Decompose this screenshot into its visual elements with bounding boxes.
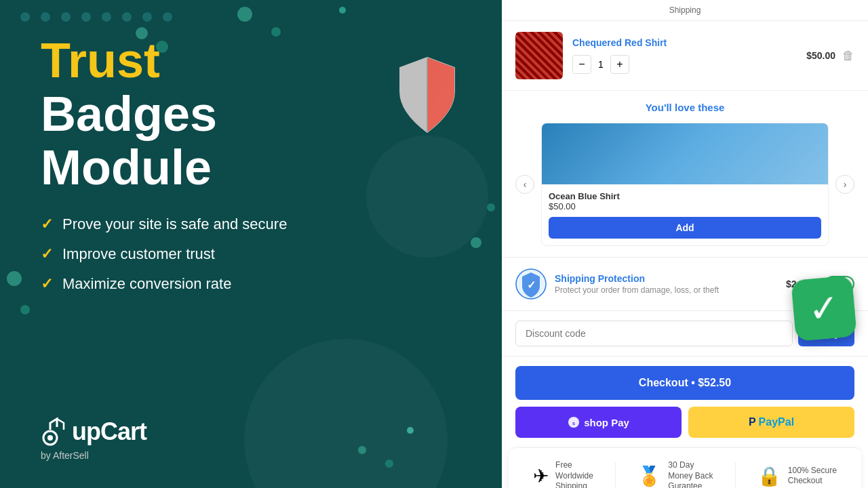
checkout-button[interactable]: Checkout • $52.50 xyxy=(515,366,854,400)
logo-icon xyxy=(41,416,72,447)
carousel-next-button[interactable]: › xyxy=(835,175,854,194)
cart-item: Chequered Red Shirt − 1 + $50.00 🗑 xyxy=(502,21,868,91)
upsell-product-price: $50.00 xyxy=(549,201,821,211)
check-icon-2: ✓ xyxy=(41,245,53,263)
upsell-section: You'll love these ‹ Ocean Blue Shirt $50… xyxy=(502,91,868,258)
payment-buttons: s shop Pay P PayPal xyxy=(502,407,868,447)
badge-shipping: ✈ Free Worldwide Shipping xyxy=(533,460,593,488)
quantity-value: 1 xyxy=(598,59,604,70)
trust-badges-section: ✈ Free Worldwide Shipping 🏅 30 Day Money… xyxy=(509,447,861,488)
svg-text:✓: ✓ xyxy=(527,279,536,291)
upsell-carousel: ‹ Ocean Blue Shirt $50.00 Add › xyxy=(515,123,854,246)
shield-icon xyxy=(393,54,461,138)
logo-subtitle: by AfterSell xyxy=(41,450,146,461)
upsell-card: Ocean Blue Shirt $50.00 Add xyxy=(541,123,829,246)
green-checkmark-badge: ✓ xyxy=(791,275,857,342)
quantity-increase-button[interactable]: + xyxy=(610,55,629,74)
badge-moneyback: 🏅 30 Day Money Back Gurantee xyxy=(637,460,713,488)
upsell-add-button[interactable]: Add xyxy=(549,217,821,239)
delete-item-button[interactable]: 🗑 xyxy=(842,49,854,63)
paypal-p-icon: P xyxy=(749,416,756,428)
cart-item-details: Chequered Red Shirt − 1 + xyxy=(572,37,806,74)
logo-area: up Cart by AfterSell xyxy=(41,416,146,461)
badge-secure: 🔒 100% Secure Checkout xyxy=(757,465,837,487)
quantity-controls: − 1 + xyxy=(572,55,806,74)
shipping-label: Shipping xyxy=(669,5,701,15)
discount-code-input[interactable] xyxy=(515,321,793,346)
shipping-header: Shipping xyxy=(502,0,868,21)
cart-item-name: Chequered Red Shirt xyxy=(572,37,806,48)
upsell-product-image xyxy=(542,123,828,184)
cart-item-price: $50.00 xyxy=(806,50,835,61)
svg-point-2 xyxy=(47,435,53,441)
svg-text:s: s xyxy=(572,420,576,426)
airplane-icon: ✈ xyxy=(533,465,549,487)
badge-separator-2 xyxy=(735,462,736,488)
badge-separator-1 xyxy=(615,462,616,488)
feature-item-3: ✓ Maximize conversion rate xyxy=(41,275,461,293)
shop-pay-button[interactable]: s shop Pay xyxy=(515,407,682,438)
upsell-product-name: Ocean Blue Shirt xyxy=(549,191,821,201)
upsell-title: You'll love these xyxy=(515,102,854,113)
protection-description: Protect your order from damage, loss, or… xyxy=(555,285,778,295)
protection-name: Shipping Protection xyxy=(555,273,778,284)
paypal-button[interactable]: P PayPal xyxy=(688,407,854,438)
feature-text-1: Prove your site is safe and secure xyxy=(62,216,287,233)
paypal-label: PayPal xyxy=(759,416,794,428)
shop-pay-icon: s xyxy=(568,416,580,428)
check-icon-1: ✓ xyxy=(41,216,53,233)
left-panel: Trust Badges Module ✓ Prove your site is… xyxy=(0,0,502,488)
right-panel[interactable]: Shipping Chequered Red Shirt − 1 + $50.0… xyxy=(502,0,868,488)
feature-text-2: Improve customer trust xyxy=(62,245,215,263)
badge-moneyback-text: 30 Day Money Back Gurantee xyxy=(668,460,713,488)
badge-shipping-text: Free Worldwide Shipping xyxy=(555,460,593,488)
feature-text-3: Maximize conversion rate xyxy=(62,275,231,293)
upsell-card-body: Ocean Blue Shirt $50.00 Add xyxy=(542,184,828,245)
quantity-decrease-button[interactable]: − xyxy=(572,55,591,74)
protection-details: Shipping Protection Protect your order f… xyxy=(555,273,778,295)
medal-icon: 🏅 xyxy=(637,465,661,487)
shop-pay-label: shop Pay xyxy=(584,417,629,428)
carousel-prev-button[interactable]: ‹ xyxy=(515,175,534,194)
protection-icon: ✓ xyxy=(515,268,547,300)
check-icon-3: ✓ xyxy=(41,275,53,293)
lock-icon: 🔒 xyxy=(757,465,781,487)
badge-secure-text: 100% Secure Checkout xyxy=(788,466,837,487)
cart-item-image xyxy=(515,32,563,79)
